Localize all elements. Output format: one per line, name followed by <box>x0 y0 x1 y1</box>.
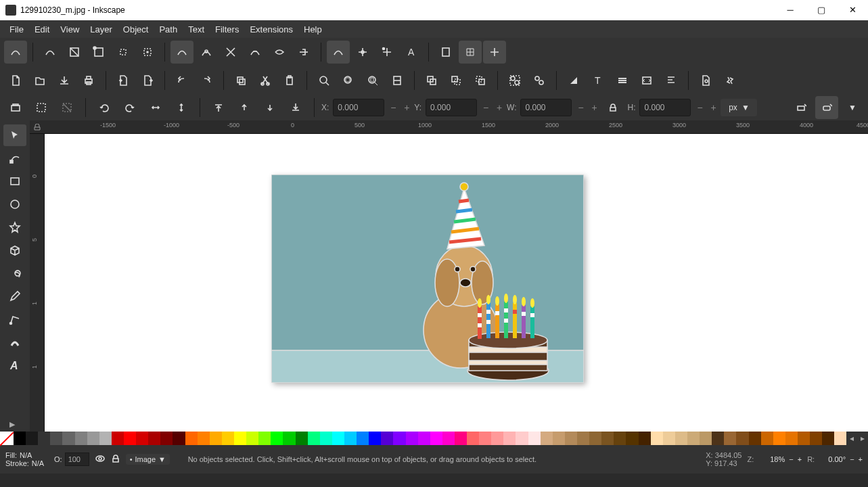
zoom-in-button[interactable]: + <box>798 455 802 463</box>
menu-path[interactable]: Path <box>154 22 183 37</box>
x-minus[interactable]: − <box>388 99 398 116</box>
swatch[interactable] <box>528 432 541 445</box>
swatch[interactable] <box>112 432 124 445</box>
star-tool[interactable] <box>3 216 26 238</box>
rectangle-tool[interactable] <box>3 170 26 192</box>
snap-bbox-edge-button[interactable] <box>63 41 86 64</box>
swatch[interactable] <box>62 432 74 445</box>
swatch[interactable] <box>393 432 405 445</box>
snap-bbox-button[interactable] <box>39 41 62 64</box>
snap-smooth-button[interactable] <box>268 41 291 64</box>
3d-box-tool[interactable] <box>3 239 26 261</box>
align-dialog-button[interactable] <box>660 69 683 92</box>
swatch[interactable] <box>601 432 614 445</box>
x-input[interactable] <box>333 99 384 116</box>
palette-menu-button[interactable]: ▸ <box>857 432 868 445</box>
menu-file[interactable]: File <box>4 22 29 37</box>
zoom-value[interactable]: 18% <box>758 455 785 463</box>
swatch[interactable] <box>455 432 467 445</box>
fill-stroke-dialog-button[interactable] <box>562 69 585 92</box>
horizontal-ruler[interactable]: -1500-1000-50005001000150020002500300035… <box>30 120 868 134</box>
new-document-button[interactable] <box>4 69 27 92</box>
snap-node-button[interactable] <box>170 41 193 64</box>
swatch[interactable] <box>185 432 198 445</box>
swatch[interactable] <box>258 432 271 445</box>
swatch[interactable] <box>87 432 99 445</box>
swatch[interactable] <box>675 432 687 445</box>
menu-edit[interactable]: Edit <box>29 22 55 37</box>
swatch[interactable] <box>75 432 87 445</box>
swatch[interactable] <box>14 432 26 445</box>
swatch[interactable] <box>369 432 381 445</box>
opacity-input[interactable] <box>65 453 89 466</box>
paste-button[interactable] <box>278 69 301 92</box>
swatch[interactable] <box>749 432 761 445</box>
swatch[interactable] <box>577 432 589 445</box>
swatch[interactable] <box>381 432 393 445</box>
snap-grid-button[interactable] <box>459 41 482 64</box>
snap-bbox-midpoint-button[interactable] <box>112 41 135 64</box>
visibility-icon[interactable] <box>95 453 106 465</box>
swatch[interactable] <box>724 432 736 445</box>
snap-cusp-button[interactable] <box>244 41 267 64</box>
menu-extensions[interactable]: Extensions <box>244 22 298 37</box>
snap-guide-button[interactable] <box>483 41 506 64</box>
bezier-tool[interactable] <box>3 308 26 330</box>
flip-horizontal-button[interactable] <box>144 96 167 119</box>
rotate-ccw-button[interactable] <box>93 96 116 119</box>
h-plus[interactable]: + <box>708 99 718 116</box>
snap-enabled-button[interactable] <box>4 41 27 64</box>
swatch[interactable] <box>418 432 430 445</box>
swatch[interactable] <box>271 432 283 445</box>
swatch[interactable] <box>626 432 638 445</box>
h-input[interactable] <box>639 99 691 116</box>
swatch[interactable] <box>761 432 773 445</box>
rotate-cw-button[interactable] <box>118 96 141 119</box>
swatch[interactable] <box>639 432 651 445</box>
zoom-out-button[interactable]: − <box>789 455 793 463</box>
swatch[interactable] <box>296 432 308 445</box>
ruler-lock-icon[interactable] <box>30 120 45 134</box>
swatch[interactable] <box>834 432 846 445</box>
swatch[interactable] <box>430 432 442 445</box>
document-properties-button[interactable] <box>694 69 717 92</box>
palette-scroll-left[interactable]: ◂ <box>846 432 857 445</box>
ungroup-button[interactable] <box>528 69 551 92</box>
zoom-selection-button[interactable] <box>313 69 336 92</box>
rotation-value[interactable]: 0.00° <box>819 455 846 463</box>
lower-bottom-button[interactable] <box>284 96 307 119</box>
swatch[interactable] <box>173 432 185 445</box>
swatch[interactable] <box>565 432 577 445</box>
flip-vertical-button[interactable] <box>170 96 193 119</box>
print-button[interactable] <box>77 69 100 92</box>
save-button[interactable] <box>53 69 76 92</box>
ellipse-tool[interactable] <box>3 193 26 215</box>
swatch[interactable] <box>344 432 357 445</box>
expand-toolbox-button[interactable]: ▶ <box>9 420 15 429</box>
w-input[interactable] <box>520 99 572 116</box>
y-minus[interactable]: − <box>481 99 490 116</box>
import-button[interactable] <box>112 69 135 92</box>
duplicate-button[interactable] <box>420 69 443 92</box>
swatch[interactable] <box>798 432 810 445</box>
swatch[interactable] <box>541 432 553 445</box>
swatch[interactable] <box>406 432 418 445</box>
swatch[interactable] <box>589 432 601 445</box>
unit-selector[interactable]: px▼ <box>721 99 757 116</box>
swatch[interactable] <box>50 432 62 445</box>
snap-center-button[interactable] <box>351 41 374 64</box>
select-tool[interactable] <box>3 124 26 146</box>
spiral-tool[interactable] <box>3 262 26 284</box>
swatch[interactable] <box>785 432 798 445</box>
swatch[interactable] <box>222 432 234 445</box>
swatch[interactable] <box>712 432 724 445</box>
canvas[interactable] <box>45 134 868 432</box>
swatch[interactable] <box>124 432 136 445</box>
text-dialog-button[interactable]: T <box>587 69 610 92</box>
zoom-center-button[interactable] <box>386 69 409 92</box>
select-all-layers-button[interactable] <box>4 96 27 119</box>
w-plus[interactable]: + <box>589 99 599 116</box>
y-input[interactable] <box>426 99 477 116</box>
swatch[interactable] <box>198 432 210 445</box>
rotation-minus-button[interactable]: − <box>850 455 854 463</box>
